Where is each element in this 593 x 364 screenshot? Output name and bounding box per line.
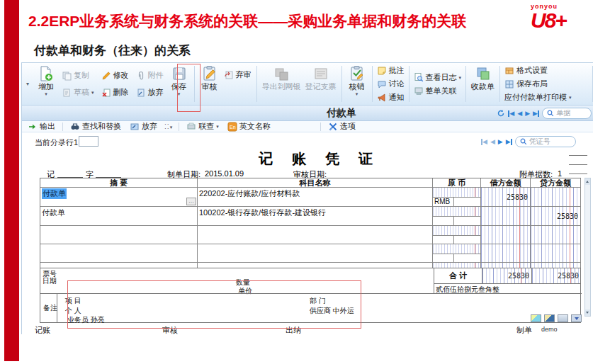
slide-subtitle: 付款单和财务（往来）的关系 — [34, 42, 191, 59]
layout-group: 格式设置 保存布局 应付付款单打印模▾ — [501, 64, 575, 103]
link-query-button[interactable]: 联查▾ — [185, 121, 220, 132]
currency-cell[interactable] — [433, 207, 481, 226]
bookkeeper-label: 记账 — [35, 325, 50, 336]
discard-button[interactable]: 放弃 — [134, 86, 166, 100]
add-button[interactable]: 增加 ▾ — [34, 64, 58, 103]
image-tool-icon[interactable] — [531, 314, 541, 322]
debit-cell[interactable] — [481, 226, 531, 244]
voucher-area: 当前分录行1 ◀ ◀ ▶ ▶ 凭证号 记 账 凭 证 记 字 — [22, 132, 593, 335]
preparer-name: demo — [541, 326, 558, 333]
format-settings-button[interactable]: 格式设置 — [502, 64, 574, 76]
date-label: 日期 — [43, 276, 57, 286]
link-whole-button[interactable]: 整单关联 — [412, 85, 464, 97]
account-cell[interactable]: 220202-应付账款/应付材料款 — [198, 188, 433, 207]
credit-cell[interactable] — [531, 263, 581, 268]
currency-cell[interactable] — [433, 263, 481, 268]
summary-cell[interactable] — [40, 263, 198, 268]
draft-button[interactable]: 草稿▾ — [60, 86, 96, 100]
print-template-button[interactable]: 应付付款单打印模▾ — [502, 91, 574, 103]
audit-button[interactable]: 审核 — [198, 64, 222, 103]
unaudit-button[interactable]: 弃审 — [222, 69, 254, 81]
options-button[interactable]: 选项 — [327, 121, 357, 132]
chevron-down-icon: ▾ — [356, 91, 358, 96]
view-log-button[interactable]: 查看日志▾ — [412, 72, 464, 84]
toolbar-separator — [62, 123, 63, 131]
next-record-button[interactable]: ▶ — [525, 110, 530, 117]
modify-button[interactable]: 修改 — [99, 69, 131, 83]
vertical-scrollbar[interactable] — [584, 178, 591, 317]
toolbar-overflow-arrow[interactable]: ▾ — [23, 81, 32, 87]
export-bank-button[interactable]: 导出到网银 — [260, 64, 303, 103]
account-cell[interactable] — [198, 244, 433, 263]
account-cell[interactable] — [198, 226, 433, 244]
doc-title: 付款单 — [327, 107, 356, 120]
first-record-button[interactable]: ◀ — [508, 110, 514, 117]
save-layout-label: 保存布局 — [516, 79, 548, 89]
doc-search-input[interactable]: 单据 — [542, 108, 592, 119]
prev-record-button[interactable]: ◀ — [517, 110, 522, 117]
copy-button[interactable]: 复制 — [60, 69, 96, 83]
col-currency: 原 币 — [433, 178, 481, 188]
credit-cell[interactable] — [531, 188, 581, 207]
voucher-search-input[interactable]: 凭证号 — [515, 136, 576, 147]
more-options-icon[interactable]: ⁚⁚▾ — [164, 123, 173, 130]
find-replace-button[interactable]: 查找和替换 — [69, 121, 123, 132]
register-check-button[interactable]: 登记支票 — [303, 64, 339, 103]
english-name-label: 英文名称 — [239, 121, 271, 132]
delete-label: 删除 — [113, 87, 129, 98]
note-tool-icon[interactable] — [558, 314, 568, 322]
save-button[interactable]: 保存 ▾ — [167, 64, 191, 103]
receipt-button[interactable]: 收款单 — [469, 64, 497, 103]
currency-cell[interactable]: RMB — [433, 188, 481, 207]
english-name-button[interactable]: En英文名称 — [226, 121, 272, 132]
delete-button[interactable]: 删除 — [99, 86, 131, 100]
current-entry-row-input[interactable] — [79, 136, 98, 147]
refresh-icon[interactable] — [497, 109, 505, 118]
summary-cell[interactable] — [40, 226, 198, 244]
voucher-last-button[interactable]: ▶ — [506, 138, 512, 145]
summary-cell[interactable]: 付款单 — [40, 207, 198, 226]
picture-tool-icon[interactable] — [544, 314, 555, 322]
currency-cell[interactable] — [433, 226, 481, 244]
writeoff-button[interactable]: 核销 ▾ — [345, 64, 369, 103]
divider — [40, 293, 580, 294]
export-bank-label: 导出到网银 — [262, 82, 301, 91]
debit-cell[interactable] — [481, 263, 531, 268]
voucher-next-button[interactable]: ▶ — [498, 138, 503, 145]
chevron-down-icon: ▾ — [216, 124, 219, 129]
currency-cell[interactable] — [433, 244, 481, 263]
discuss-button[interactable]: 讨论 — [375, 78, 407, 90]
view-log-label: 查看日志 — [426, 72, 457, 83]
summary-cell[interactable]: 付款单… — [40, 188, 198, 207]
output-button[interactable]: 输出 — [26, 121, 57, 132]
discard2-button[interactable]: 放弃 — [128, 121, 159, 132]
last-record-button[interactable]: ▶ — [533, 110, 539, 117]
credit-cell[interactable]: 25830 — [531, 207, 581, 226]
account-cell[interactable]: 100202-银行存款/银行存款-建设银行 — [198, 207, 433, 226]
audit-clipboard-icon — [201, 65, 218, 82]
ellipsis-button[interactable]: … — [186, 198, 196, 205]
account-cell[interactable] — [198, 263, 433, 268]
toolbar-separator — [179, 123, 179, 131]
save-layout-icon — [504, 79, 514, 89]
add-doc-icon — [38, 65, 55, 82]
draft-label: 草稿 — [74, 87, 89, 98]
add-label: 增加 — [38, 82, 54, 91]
summary-cell[interactable] — [40, 244, 198, 263]
expand-tool-icon[interactable] — [571, 314, 582, 322]
voucher-prev-button[interactable]: ◀ — [490, 138, 495, 145]
credit-cell[interactable] — [531, 226, 581, 244]
debit-cell[interactable]: 25830 — [481, 188, 531, 207]
debit-cell[interactable] — [481, 244, 531, 263]
notify-button[interactable]: 通知 — [375, 91, 407, 103]
currency-code — [433, 236, 454, 244]
debit-cell[interactable] — [481, 207, 531, 226]
attachment-button[interactable]: 附件 — [134, 69, 166, 83]
scroll-down-button[interactable] — [585, 309, 590, 316]
save-layout-button[interactable]: 保存布局 — [502, 78, 574, 90]
annotate-button[interactable]: 批注 — [375, 64, 407, 76]
delete-icon — [101, 88, 111, 98]
scroll-up-button[interactable] — [585, 178, 590, 185]
voucher-first-button[interactable]: ◀ — [481, 138, 487, 145]
credit-cell[interactable] — [531, 244, 581, 263]
